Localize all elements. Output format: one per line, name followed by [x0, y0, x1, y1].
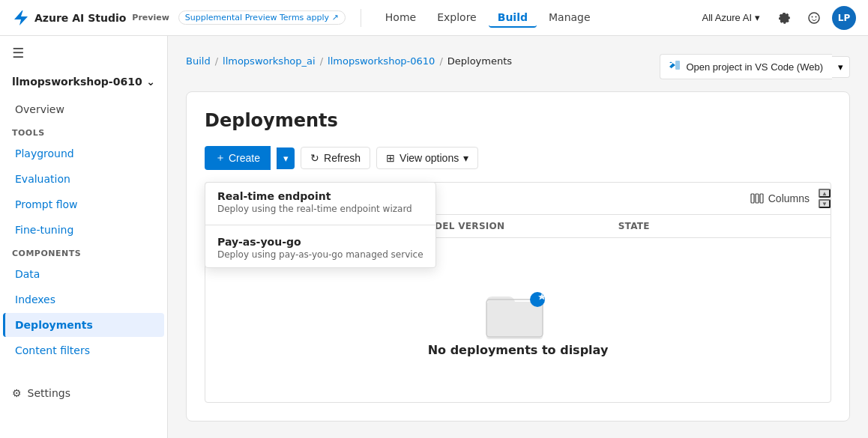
- sidebar-project[interactable]: llmopsworkshop-0610 ⌄: [0, 70, 167, 97]
- svg-rect-6: [760, 194, 763, 203]
- app-body: ☰ llmopsworkshop-0610 ⌄ Overview Tools P…: [0, 36, 868, 438]
- create-chevron-button[interactable]: ▾: [277, 147, 295, 169]
- scroll-arrows: ▲ ▼: [819, 189, 831, 208]
- view-options-button[interactable]: ⊞ View options ▾: [376, 147, 478, 169]
- gear-icon: [778, 12, 790, 24]
- chevron-down-icon: ⌄: [146, 76, 155, 88]
- smiley-icon: [808, 12, 820, 24]
- columns-icon: [750, 192, 764, 205]
- chevron-down-icon: ▾: [463, 152, 468, 164]
- main-content: Build / llmopsworkshop_ai / llmopsworksh…: [168, 36, 868, 438]
- refresh-button[interactable]: ↻ Refresh: [301, 147, 370, 169]
- breadcrumb-llmopsworkshop-0610[interactable]: llmopsworkshop-0610: [328, 55, 435, 67]
- nav-home[interactable]: Home: [376, 8, 425, 28]
- sidebar-item-content-filters[interactable]: Content filters: [3, 338, 164, 362]
- toolbar: ＋ Create ▾ ↻ Refresh ⊞ View options ▾: [205, 146, 831, 170]
- help-icon-button[interactable]: [802, 6, 826, 30]
- sidebar-item-label: Indexes: [15, 293, 55, 305]
- dropdown-item-pay-as-you-go[interactable]: Pay-as-you-go Deploy using pay-as-you-go…: [205, 228, 435, 267]
- settings-icon-button[interactable]: [772, 6, 796, 30]
- dropdown-item-description: Deploy using pay-as-you-go managed servi…: [217, 249, 424, 260]
- user-avatar[interactable]: LP: [832, 6, 856, 30]
- nav-build[interactable]: Build: [489, 8, 537, 28]
- columns-button[interactable]: Columns: [750, 192, 810, 205]
- scroll-down-arrow[interactable]: ▼: [819, 199, 831, 208]
- chevron-down-icon: ▾: [283, 153, 289, 164]
- page-title: Deployments: [205, 110, 831, 131]
- settings-label: Settings: [28, 387, 70, 399]
- view-options-icon: ⊞: [386, 152, 395, 164]
- sidebar-item-data[interactable]: Data: [3, 262, 164, 286]
- nav-manage[interactable]: Manage: [540, 8, 600, 28]
- all-azure-label: All Azure AI: [702, 12, 752, 23]
- scroll-up-arrow[interactable]: ▲: [819, 189, 831, 198]
- svg-point-9: [530, 292, 545, 307]
- sidebar-item-playground[interactable]: Playground: [3, 142, 164, 165]
- sidebar-item-label: Deployments: [15, 319, 93, 331]
- svg-rect-4: [751, 194, 754, 203]
- empty-folder-illustration: [480, 283, 555, 343]
- preview-badge: Preview: [132, 13, 169, 22]
- open-vscode-button[interactable]: Open project in VS Code (Web): [660, 54, 832, 79]
- app-logo: Azure AI Studio Preview: [12, 9, 169, 27]
- columns-label: Columns: [768, 192, 810, 204]
- azure-logo-icon: [12, 9, 30, 27]
- vscode-icon: [669, 59, 681, 74]
- refresh-icon: ↻: [310, 152, 319, 164]
- svg-rect-5: [756, 194, 759, 203]
- create-button[interactable]: ＋ Create: [205, 146, 271, 170]
- sidebar-item-label: Playground: [15, 147, 74, 159]
- open-vscode-chevron-button[interactable]: ▾: [832, 56, 850, 78]
- sidebar-item-settings[interactable]: ⚙ Settings: [0, 381, 167, 405]
- dropdown-item-title: Real-time endpoint: [217, 190, 424, 202]
- sidebar-item-label: Data: [15, 268, 40, 280]
- sidebar: ☰ llmopsworkshop-0610 ⌄ Overview Tools P…: [0, 36, 168, 438]
- dropdown-item-description: Deploy using the real-time endpoint wiza…: [217, 204, 424, 214]
- sidebar-item-label: Fine-tuning: [15, 224, 73, 236]
- breadcrumb: Build / llmopsworkshop_ai / llmopsworksh…: [186, 55, 512, 67]
- deployments-card: Deployments ＋ Create ▾ ↻ Refresh ⊞ View …: [186, 91, 850, 422]
- refresh-label: Refresh: [324, 152, 361, 164]
- breadcrumb-llmopsworkshop-ai[interactable]: llmopsworkshop_ai: [223, 55, 316, 67]
- nav-right: All Azure AI ▾ LP: [696, 6, 856, 30]
- sidebar-item-label: Evaluation: [15, 173, 70, 185]
- overview-label: Overview: [15, 103, 64, 115]
- view-options-label: View options: [400, 152, 459, 164]
- vscode-button-group: Open project in VS Code (Web) ▾: [660, 54, 850, 79]
- sidebar-item-prompt-flow[interactable]: Prompt flow: [3, 192, 164, 216]
- breadcrumb-deployments: Deployments: [447, 55, 512, 67]
- chevron-down-icon: ▾: [755, 12, 760, 23]
- gear-icon: ⚙: [12, 387, 22, 399]
- empty-state-text: No deployments to display: [428, 343, 609, 357]
- svg-point-2: [816, 16, 817, 17]
- plus-icon: ＋: [215, 151, 226, 165]
- open-vscode-label: Open project in VS Code (Web): [686, 61, 823, 73]
- svg-rect-7: [486, 302, 543, 339]
- col-header-model-version: Model version: [418, 221, 618, 231]
- sidebar-item-overview[interactable]: Overview: [3, 97, 164, 121]
- supplemental-link[interactable]: Supplemental Preview Terms apply ↗: [178, 10, 346, 25]
- create-dropdown-menu: Real-time endpoint Deploy using the real…: [205, 182, 436, 268]
- top-nav: Azure AI Studio Preview Supplemental Pre…: [0, 0, 868, 36]
- dropdown-item-title: Pay-as-you-go: [217, 236, 424, 248]
- breadcrumb-sep-1: /: [215, 55, 218, 67]
- svg-point-1: [812, 16, 813, 17]
- sidebar-item-fine-tuning[interactable]: Fine-tuning: [3, 218, 164, 242]
- nav-explore[interactable]: Explore: [428, 8, 486, 28]
- breadcrumb-build[interactable]: Build: [186, 55, 211, 67]
- hamburger-button[interactable]: ☰: [0, 36, 167, 70]
- sidebar-item-label: Prompt flow: [15, 198, 78, 210]
- sidebar-item-evaluation[interactable]: Evaluation: [3, 167, 164, 191]
- all-azure-button[interactable]: All Azure AI ▾: [696, 9, 766, 26]
- app-name: Azure AI Studio: [34, 12, 126, 24]
- breadcrumb-sep-2: /: [320, 55, 323, 67]
- sidebar-item-indexes[interactable]: Indexes: [3, 288, 164, 311]
- breadcrumb-sep-3: /: [439, 55, 442, 67]
- col-header-state: State: [618, 221, 819, 231]
- svg-rect-3: [675, 61, 680, 70]
- svg-point-0: [809, 13, 819, 23]
- dropdown-item-real-time-endpoint[interactable]: Real-time endpoint Deploy using the real…: [205, 183, 435, 222]
- nav-divider: [361, 9, 361, 27]
- sidebar-item-deployments[interactable]: Deployments: [3, 313, 164, 337]
- project-name: llmopsworkshop-0610: [12, 76, 142, 88]
